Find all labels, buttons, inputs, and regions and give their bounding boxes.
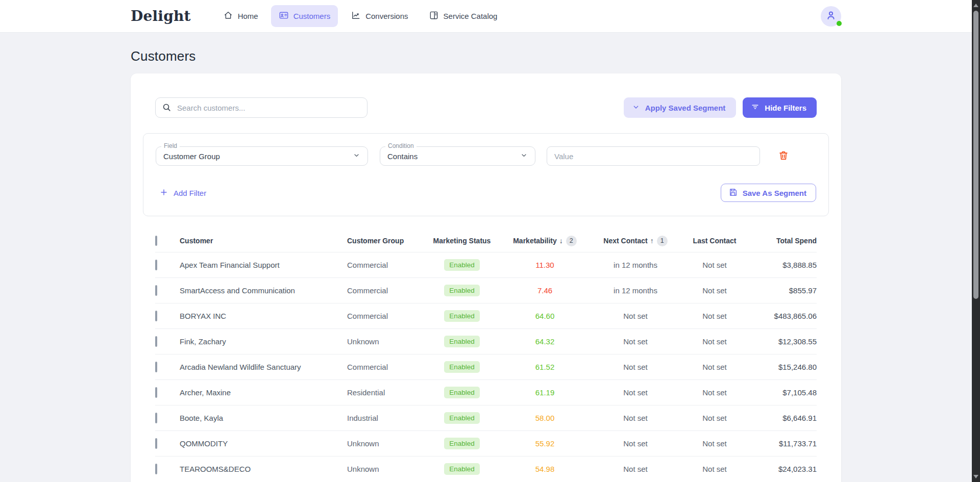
- add-filter-button[interactable]: Add Filter: [156, 188, 206, 198]
- total-spend-value: $11,733.71: [748, 439, 817, 448]
- next-contact-value: Not set: [590, 439, 681, 448]
- select-all-checkbox[interactable]: [155, 236, 157, 246]
- customer-group: Commercial: [347, 261, 424, 269]
- column-header-next-contact[interactable]: Next Contact ↑ 1: [590, 236, 681, 246]
- scrollbar[interactable]: [972, 0, 980, 482]
- delete-filter-button[interactable]: [777, 149, 790, 163]
- brand-logo[interactable]: Delight: [131, 8, 191, 24]
- nav-item-label: Customers: [293, 12, 331, 20]
- table-row[interactable]: BORYAX INC Commercial Enabled 64.60 Not …: [155, 303, 817, 328]
- row-checkbox[interactable]: [155, 260, 157, 270]
- table-row[interactable]: Archer, Maxine Residential Enabled 61.19…: [155, 379, 817, 405]
- nav-item-service-catalog[interactable]: Service Catalog: [421, 5, 505, 27]
- customer-name: QOMMODITY: [180, 439, 347, 448]
- next-contact-value: Not set: [590, 465, 681, 473]
- apply-saved-segment-button[interactable]: Apply Saved Segment: [624, 97, 737, 118]
- table-row[interactable]: Boote, Kayla Industrial Enabled 58.00 No…: [155, 405, 817, 430]
- nav-item-home[interactable]: Home: [215, 5, 266, 27]
- nav-item-customers[interactable]: Customers: [271, 5, 338, 27]
- filter-condition-select[interactable]: Condition Contains: [380, 146, 535, 166]
- marketability-value: 54.98: [500, 465, 590, 473]
- customer-name: Fink, Zachary: [180, 337, 347, 346]
- hide-filters-label: Hide Filters: [765, 104, 806, 112]
- marketing-status-badge: Enabled: [444, 361, 480, 373]
- last-contact-value: Not set: [681, 363, 748, 371]
- marketability-value: 61.52: [500, 363, 590, 371]
- user-avatar[interactable]: [821, 6, 841, 27]
- row-checkbox[interactable]: [155, 438, 157, 449]
- next-contact-value: in 12 months: [590, 286, 681, 295]
- plus-icon: [160, 188, 168, 198]
- next-contact-value: Not set: [590, 363, 681, 371]
- sort-order-badge: 2: [566, 236, 577, 246]
- customer-group: Unknown: [347, 337, 424, 346]
- marketing-status-badge: Enabled: [444, 387, 480, 398]
- scrollbar-down-arrow[interactable]: [973, 475, 978, 478]
- chevron-down-icon: [632, 103, 640, 113]
- sort-order-badge: 1: [657, 236, 668, 246]
- last-contact-value: Not set: [681, 465, 748, 473]
- total-spend-value: $12,308.55: [748, 337, 817, 346]
- table-row[interactable]: SmartAccess and Communication Commercial…: [155, 277, 817, 303]
- row-checkbox[interactable]: [155, 311, 157, 321]
- column-header-customer-group[interactable]: Customer Group: [347, 237, 424, 245]
- search-input[interactable]: [155, 97, 368, 118]
- next-contact-value: Not set: [590, 312, 681, 320]
- table-row[interactable]: Fink, Zachary Unknown Enabled 64.32 Not …: [155, 328, 817, 354]
- table-row[interactable]: TEAROOMS&DECO Unknown Enabled 54.98 Not …: [155, 456, 817, 481]
- table-row[interactable]: Apex Team Financial Support Commercial E…: [155, 252, 817, 277]
- marketing-status-badge: Enabled: [444, 310, 480, 322]
- filter-field-label: Field: [161, 142, 180, 149]
- column-header-total-spend[interactable]: Total Spend: [748, 237, 817, 245]
- filter-field-select[interactable]: Field Customer Group: [156, 146, 368, 166]
- apply-saved-segment-label: Apply Saved Segment: [645, 104, 726, 112]
- marketing-status-badge: Enabled: [444, 412, 480, 424]
- online-status-dot: [837, 21, 842, 26]
- last-contact-value: Not set: [681, 312, 748, 320]
- last-contact-value: Not set: [681, 337, 748, 346]
- customer-group: Industrial: [347, 414, 424, 422]
- customer-name: Boote, Kayla: [180, 414, 347, 422]
- chevron-down-icon: [353, 151, 360, 161]
- scrollbar-up-arrow[interactable]: [973, 4, 978, 7]
- filter-value-input[interactable]: [547, 146, 760, 166]
- row-checkbox[interactable]: [155, 336, 157, 347]
- toolbar: Apply Saved Segment Hide Filters: [155, 97, 817, 118]
- nav-item-label: Home: [238, 12, 258, 20]
- nav-item-conversions[interactable]: Conversions: [343, 5, 415, 27]
- table-row[interactable]: QOMMODITY Unknown Enabled 55.92 Not set …: [155, 430, 817, 456]
- customers-card: Apply Saved Segment Hide Filters Field: [131, 73, 841, 482]
- column-header-customer[interactable]: Customer: [180, 237, 347, 245]
- table-header-row: Customer Customer Group Marketing Status…: [155, 230, 817, 252]
- add-filter-label: Add Filter: [174, 189, 206, 197]
- total-spend-value: $7,105.48: [748, 388, 817, 397]
- total-spend-value: $6,646.91: [748, 414, 817, 422]
- hide-filters-button[interactable]: Hide Filters: [743, 97, 817, 118]
- scrollbar-thumb[interactable]: [973, 11, 978, 299]
- page-title: Customers: [131, 48, 841, 64]
- service-catalog-icon: [429, 10, 439, 22]
- column-header-marketability[interactable]: Marketability ↓ 2: [500, 236, 590, 246]
- row-checkbox[interactable]: [155, 413, 157, 423]
- person-icon: [825, 9, 837, 23]
- column-header-last-contact[interactable]: Last Contact: [681, 237, 748, 245]
- filter-panel: Field Customer Group Condition Contains: [143, 133, 829, 216]
- total-spend-value: $3,888.85: [748, 261, 817, 269]
- customer-group: Commercial: [347, 286, 424, 295]
- customer-name: TEAROOMS&DECO: [180, 465, 347, 473]
- marketing-status-badge: Enabled: [444, 336, 480, 347]
- save-as-segment-button[interactable]: Save As Segment: [721, 184, 816, 202]
- row-checkbox[interactable]: [155, 464, 157, 474]
- marketability-value: 64.32: [500, 337, 590, 346]
- last-contact-value: Not set: [681, 261, 748, 269]
- sort-asc-icon: ↑: [650, 237, 654, 245]
- row-checkbox[interactable]: [155, 362, 157, 372]
- table-row[interactable]: Arcadia Newland Wildlife Sanctuary Comme…: [155, 354, 817, 379]
- filter-condition-label: Condition: [385, 142, 416, 149]
- row-checkbox[interactable]: [155, 387, 157, 398]
- row-checkbox[interactable]: [155, 285, 157, 296]
- last-contact-value: Not set: [681, 414, 748, 422]
- column-header-marketing-status[interactable]: Marketing Status: [424, 237, 500, 245]
- customer-name: SmartAccess and Communication: [180, 286, 347, 295]
- next-contact-value: in 12 months: [590, 261, 681, 269]
